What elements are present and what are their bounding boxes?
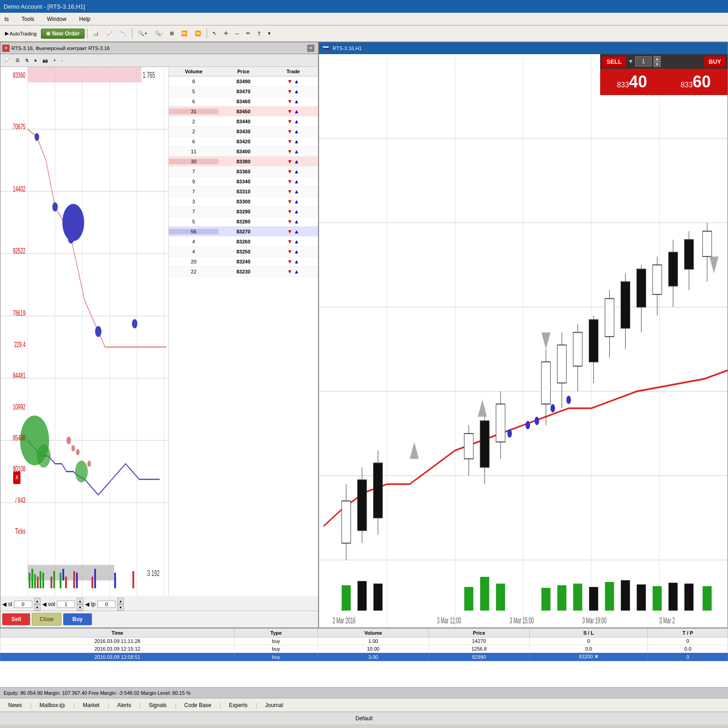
quantity-input[interactable] bbox=[635, 56, 652, 66]
text-button[interactable]: T bbox=[254, 30, 264, 38]
tab-code-base[interactable]: Code Base bbox=[178, 700, 218, 710]
qty-up-btn[interactable]: ▲ bbox=[653, 56, 661, 61]
line-button[interactable]: ─ bbox=[232, 30, 242, 38]
ob-row[interactable]: 4 83250 ▼ ▲ bbox=[169, 247, 318, 257]
sl-up-btn[interactable]: ▲ bbox=[34, 598, 40, 604]
draw-button[interactable]: ✏ bbox=[243, 29, 253, 38]
cursor-button[interactable]: ↖ bbox=[209, 29, 220, 38]
qty-down-btn[interactable]: ▼ bbox=[653, 61, 661, 67]
ob-row[interactable]: 7 83310 ▼ ▲ bbox=[169, 187, 318, 197]
left-panel-detach-button[interactable]: ✕ bbox=[307, 45, 314, 52]
sell-button[interactable]: Sell bbox=[2, 613, 30, 625]
up-arrow-icon[interactable]: ▲ bbox=[294, 188, 299, 195]
tab-news[interactable]: News bbox=[2, 700, 29, 710]
down-arrow-icon[interactable]: ▼ bbox=[287, 128, 293, 135]
tab-alerts[interactable]: Alerts bbox=[111, 700, 138, 710]
ob-row[interactable]: 5 83470 ▼ ▲ bbox=[169, 86, 318, 96]
ob-row[interactable]: 7 83290 ▼ ▲ bbox=[169, 207, 318, 217]
down-arrow-icon[interactable]: ▼ bbox=[287, 158, 293, 165]
ob-row[interactable]: 31 83450 ▼ ▲ bbox=[169, 106, 318, 116]
panel-chart-btn[interactable]: 📈 bbox=[2, 56, 12, 64]
tp-up-btn[interactable]: ▲ bbox=[117, 598, 124, 604]
down-arrow-icon[interactable]: ▼ bbox=[287, 108, 293, 115]
down-arrow-icon[interactable]: ▼ bbox=[287, 258, 293, 265]
ob-row[interactable]: 8 83490 ▼ ▲ bbox=[169, 76, 318, 86]
sl-input[interactable] bbox=[14, 601, 32, 608]
sell-label[interactable]: SELL bbox=[602, 56, 626, 67]
down-arrow-icon[interactable]: ▼ bbox=[287, 148, 293, 155]
panel-cam-btn[interactable]: 📷 bbox=[40, 56, 50, 64]
crosshair-button[interactable]: ✛ bbox=[221, 29, 231, 38]
down-arrow-icon[interactable]: ▼ bbox=[287, 118, 293, 125]
ob-row[interactable]: 56 83270 ▼ ▲ bbox=[169, 227, 318, 237]
up-arrow-icon[interactable]: ▲ bbox=[294, 218, 299, 225]
tab-signals[interactable]: Signals bbox=[142, 700, 173, 710]
menu-ts[interactable]: ts bbox=[2, 15, 11, 23]
up-arrow-icon[interactable]: ▲ bbox=[294, 128, 299, 135]
ob-row[interactable]: 30 83380 ▼ ▲ bbox=[169, 157, 318, 167]
up-arrow-icon[interactable]: ▲ bbox=[294, 168, 299, 175]
down-arrow-icon[interactable]: ▼ bbox=[287, 178, 293, 185]
scroll-right-button[interactable]: ⏩ bbox=[178, 29, 191, 38]
down-arrow-icon[interactable]: ▼ bbox=[287, 248, 293, 255]
ob-row[interactable]: 20 83240 ▼ ▲ bbox=[169, 257, 318, 267]
up-arrow-icon[interactable]: ▲ bbox=[294, 78, 299, 85]
up-arrow-icon[interactable]: ▲ bbox=[294, 108, 299, 115]
down-arrow-icon[interactable]: ▼ bbox=[287, 268, 293, 275]
panel-table-btn[interactable]: ☰ bbox=[13, 56, 22, 64]
ob-row[interactable]: 11 83400 ▼ ▲ bbox=[169, 147, 318, 157]
ob-row[interactable]: 3 83300 ▼ ▲ bbox=[169, 197, 318, 207]
down-arrow-icon[interactable]: ▼ bbox=[287, 88, 293, 95]
panel-arrow-btn[interactable]: ⇅ bbox=[23, 56, 31, 64]
sl-down-btn[interactable]: ▼ bbox=[34, 604, 40, 611]
new-order-button[interactable]: ⊕ New Order bbox=[41, 29, 85, 39]
autotrading-button[interactable]: ▶ AutoTrading bbox=[2, 29, 40, 38]
tp-input[interactable] bbox=[97, 601, 116, 608]
chart-line-button[interactable]: 📉 bbox=[117, 29, 130, 38]
table-row[interactable]: 2016.03.09 12:15:12 buy 10.00 1256.8 0.0… bbox=[0, 645, 728, 653]
tab-journal[interactable]: Journal bbox=[259, 700, 290, 710]
tp-down-btn[interactable]: ▼ bbox=[117, 604, 124, 611]
down-arrow-icon[interactable]: ▼ bbox=[287, 168, 293, 175]
down-arrow-icon[interactable]: ▼ bbox=[287, 98, 293, 105]
tab-market[interactable]: Market bbox=[76, 700, 106, 710]
panel-zoomout-btn[interactable]: - bbox=[59, 56, 65, 64]
sl-close-icon[interactable]: ✕ bbox=[594, 654, 598, 659]
up-arrow-icon[interactable]: ▲ bbox=[294, 98, 299, 105]
ob-row[interactable]: 2 83440 ▼ ▲ bbox=[169, 116, 318, 126]
close-button[interactable]: Close bbox=[32, 613, 61, 626]
ob-row[interactable]: 6 83460 ▼ ▲ bbox=[169, 96, 318, 106]
period-button[interactable]: ⊞ bbox=[167, 29, 177, 38]
down-arrow-icon[interactable]: ▼ bbox=[287, 138, 293, 145]
tab-experts[interactable]: Experts bbox=[222, 700, 254, 710]
ob-row[interactable]: 5 83280 ▼ ▲ bbox=[169, 217, 318, 227]
vol-up-btn[interactable]: ▲ bbox=[77, 598, 83, 604]
sell-price[interactable]: 83340 bbox=[600, 69, 664, 95]
zoom-in-button[interactable]: 🔍+ bbox=[135, 29, 150, 38]
up-arrow-icon[interactable]: ▲ bbox=[294, 268, 299, 275]
down-arrow-icon[interactable]: ▼ bbox=[287, 78, 293, 85]
vol-down-btn[interactable]: ▼ bbox=[77, 604, 83, 611]
tab-mailbox[interactable]: Mailbox4 bbox=[33, 700, 72, 710]
table-row[interactable]: 2016.03.09 11:11:28 buy 1.00 14270 0 0 bbox=[0, 637, 728, 645]
down-arrow-icon[interactable]: ▼ bbox=[287, 198, 293, 205]
menu-help[interactable]: Help bbox=[76, 15, 93, 23]
left-panel-close-button[interactable]: ✕ bbox=[2, 45, 10, 52]
up-arrow-icon[interactable]: ▲ bbox=[294, 198, 299, 205]
up-arrow-icon[interactable]: ▲ bbox=[294, 248, 299, 255]
up-arrow-icon[interactable]: ▲ bbox=[294, 138, 299, 145]
panel-dot-btn[interactable]: ● bbox=[32, 56, 39, 64]
up-arrow-icon[interactable]: ▲ bbox=[294, 238, 299, 245]
up-arrow-icon[interactable]: ▲ bbox=[294, 178, 299, 185]
up-arrow-icon[interactable]: ▲ bbox=[294, 148, 299, 155]
panel-zoomin-btn[interactable]: + bbox=[51, 56, 58, 64]
menu-window[interactable]: Window bbox=[44, 15, 69, 23]
ob-row[interactable]: 6 83420 ▼ ▲ bbox=[169, 136, 318, 147]
up-arrow-icon[interactable]: ▲ bbox=[294, 228, 299, 235]
menu-tools[interactable]: Tools bbox=[19, 15, 37, 23]
down-arrow-icon[interactable]: ▼ bbox=[287, 238, 293, 245]
ob-row[interactable]: 9 83340 ▼ ▲ bbox=[169, 177, 318, 187]
chart-bar-button[interactable]: 📊 bbox=[90, 29, 102, 38]
chart-candle-button[interactable]: 📈 bbox=[103, 29, 116, 38]
down-arrow-icon[interactable]: ▼ bbox=[287, 208, 293, 215]
